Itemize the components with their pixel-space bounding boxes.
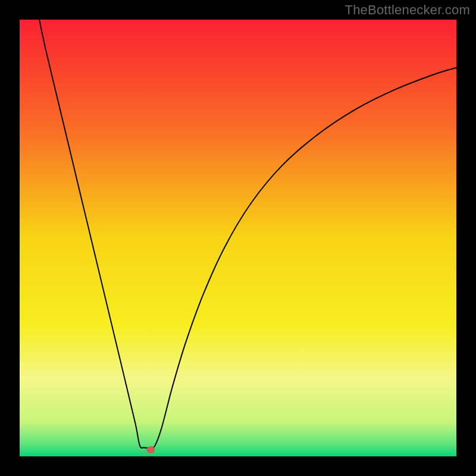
chart-frame: TheBottlenecker.com: [0, 0, 476, 476]
plot-background: [20, 20, 456, 456]
optimal-point-marker: [146, 446, 155, 453]
attribution-label: TheBottlenecker.com: [345, 2, 470, 18]
bottleneck-chart: [0, 0, 476, 476]
